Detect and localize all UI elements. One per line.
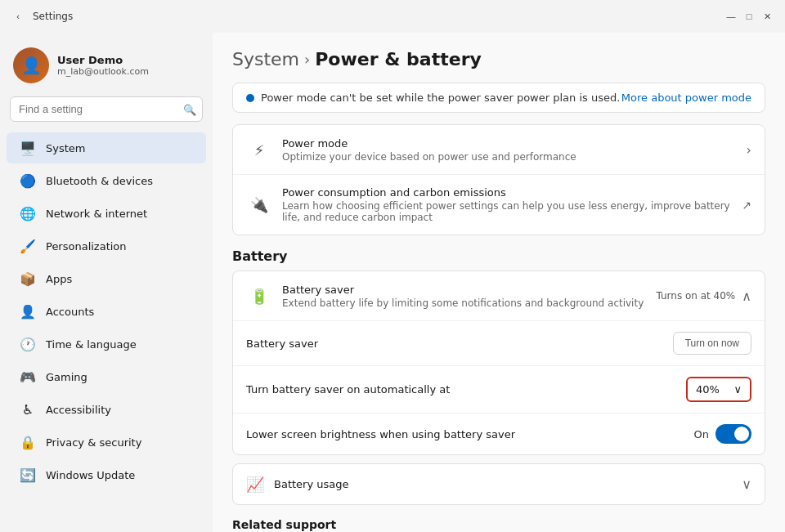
sidebar-item-accessibility[interactable]: ♿ Accessibility (7, 394, 206, 425)
sidebar-item-gaming[interactable]: 🎮 Gaming (7, 361, 206, 392)
sidebar-item-label: Network & internet (46, 208, 147, 220)
battery-usage-left: 📈 Battery usage (246, 476, 348, 493)
turn-on-now-button[interactable]: Turn on now (673, 332, 751, 355)
battery-saver-icon: 🔋 (246, 283, 272, 309)
user-info: User Demo m_lab@outlook.com (57, 54, 149, 77)
battery-saver-desc: Extend battery life by limiting some not… (282, 297, 656, 309)
sidebar-item-label: Apps (46, 273, 72, 285)
carbon-row[interactable]: 🔌 Power consumption and carbon emissions… (233, 175, 765, 235)
title-bar: ‹ Settings — □ ✕ (0, 0, 785, 33)
info-banner: Power mode can't be set while the power … (232, 83, 765, 113)
sidebar-item-privacy[interactable]: 🔒 Privacy & security (7, 427, 206, 458)
user-section: 👤 User Demo m_lab@outlook.com (0, 39, 213, 96)
info-banner-message: Power mode can't be set while the power … (261, 92, 620, 104)
apps-icon: 📦 (20, 270, 36, 287)
battery-threshold-dropdown[interactable]: 40% ∨ (686, 377, 751, 402)
battery-saver-sub-row-3: Lower screen brightness when using batte… (233, 414, 765, 454)
search-box: 🔍 (10, 96, 203, 122)
battery-usage-chevron-icon: ∨ (742, 476, 751, 492)
battery-saver-card: 🔋 Battery saver Extend battery life by l… (232, 270, 765, 455)
accounts-icon: 👤 (20, 303, 36, 320)
info-banner-text: Power mode can't be set while the power … (246, 92, 620, 104)
carbon-text: Power consumption and carbon emissions L… (282, 186, 742, 223)
breadcrumb-separator: › (304, 51, 310, 68)
time-icon: 🕐 (20, 336, 36, 352)
sidebar-item-label: Windows Update (46, 469, 135, 481)
power-mode-icon: ⚡ (246, 136, 272, 163)
external-link-icon: ↗ (742, 199, 751, 212)
sidebar-item-network[interactable]: 🌐 Network & internet (7, 198, 206, 229)
power-mode-desc: Optimize your device based on power use … (282, 151, 747, 163)
carbon-desc: Learn how choosing efficient power setti… (282, 200, 742, 223)
user-email: m_lab@outlook.com (57, 66, 149, 77)
power-mode-title: Power mode (282, 137, 747, 150)
close-button[interactable]: ✕ (759, 8, 775, 25)
brightness-toggle-wrapper: On (694, 424, 751, 444)
avatar: 👤 (13, 47, 49, 83)
privacy-icon: 🔒 (20, 434, 36, 450)
carbon-title: Power consumption and carbon emissions (282, 186, 742, 199)
toggle-knob (734, 427, 749, 441)
sidebar-item-update[interactable]: 🔄 Windows Update (7, 459, 206, 490)
battery-usage-row[interactable]: 📈 Battery usage ∨ (233, 464, 765, 504)
brightness-label: Lower screen brightness when using batte… (246, 428, 515, 440)
battery-sub-rows: Battery saver Turn on now Turn battery s… (233, 320, 765, 454)
personalization-icon: 🖌️ (20, 238, 36, 254)
accessibility-icon: ♿ (20, 401, 36, 418)
power-settings-card: ⚡ Power mode Optimize your device based … (232, 124, 765, 235)
more-about-power-link[interactable]: More about power mode (621, 92, 751, 104)
dropdown-chevron-icon: ∨ (733, 383, 742, 396)
power-mode-row[interactable]: ⚡ Power mode Optimize your device based … (233, 125, 765, 175)
breadcrumb-parent[interactable]: System (232, 49, 299, 69)
toggle-on-label: On (694, 428, 709, 440)
related-support-section: Related support 🌐 Help with Power ∧ (232, 518, 765, 532)
breadcrumb: System › Power & battery (232, 49, 765, 69)
carbon-action: ↗ (742, 199, 751, 212)
brightness-toggle[interactable] (715, 424, 751, 444)
battery-usage-card: 📈 Battery usage ∨ (232, 463, 765, 505)
auto-on-label: Turn battery saver on automatically at (246, 383, 450, 396)
network-icon: 🌐 (20, 205, 36, 221)
breadcrumb-current: Power & battery (315, 49, 482, 69)
main-content: System › Power & battery Power mode can'… (213, 33, 785, 532)
sidebar: 👤 User Demo m_lab@outlook.com 🔍 🖥️ Syste… (0, 33, 213, 532)
battery-saver-sub-row-1: Battery saver Turn on now (233, 321, 765, 366)
sidebar-item-accounts[interactable]: 👤 Accounts (7, 296, 206, 327)
battery-saver-label: Battery saver (246, 338, 318, 350)
search-input[interactable] (10, 96, 203, 122)
power-mode-text: Power mode Optimize your device based on… (282, 137, 747, 163)
battery-saver-title: Battery saver (282, 284, 656, 296)
sidebar-item-system[interactable]: 🖥️ System (7, 132, 206, 163)
sidebar-item-bluetooth[interactable]: 🔵 Bluetooth & devices (7, 165, 206, 196)
battery-saver-main-row[interactable]: 🔋 Battery saver Extend battery life by l… (233, 271, 765, 320)
sidebar-item-label: Personalization (46, 240, 127, 253)
update-icon: 🔄 (20, 467, 36, 483)
battery-saver-chevron-icon: ∧ (742, 288, 751, 304)
sidebar-item-time[interactable]: 🕐 Time & language (7, 329, 206, 360)
sidebar-item-label: Accessibility (46, 404, 111, 416)
app-title: Settings (33, 11, 73, 22)
sidebar-item-label: Time & language (46, 338, 137, 351)
battery-saver-sub-row-2: Turn battery saver on automatically at 4… (233, 366, 765, 414)
related-support-title: Related support (232, 518, 765, 531)
back-button[interactable]: ‹ (10, 8, 26, 25)
sidebar-item-apps[interactable]: 📦 Apps (7, 263, 206, 294)
carbon-icon: 🔌 (246, 192, 272, 218)
system-icon: 🖥️ (20, 140, 36, 156)
chevron-right-icon: › (747, 142, 751, 158)
minimize-button[interactable]: — (723, 8, 739, 25)
sidebar-item-label: Bluetooth & devices (46, 175, 153, 187)
maximize-button[interactable]: □ (741, 8, 757, 25)
sidebar-item-label: Privacy & security (46, 436, 141, 449)
sidebar-item-label: Accounts (46, 306, 94, 318)
bluetooth-icon: 🔵 (20, 172, 36, 189)
battery-section-header: Battery (232, 248, 765, 264)
turns-on-text: Turns on at 40% (656, 290, 735, 302)
info-dot (246, 94, 254, 102)
battery-saver-info: Battery saver Extend battery life by lim… (282, 284, 656, 309)
gaming-icon: 🎮 (20, 369, 36, 385)
sidebar-item-personalization[interactable]: 🖌️ Personalization (7, 230, 206, 262)
app-body: 👤 User Demo m_lab@outlook.com 🔍 🖥️ Syste… (0, 33, 785, 532)
dropdown-value: 40% (696, 383, 720, 396)
search-icon: 🔍 (183, 103, 196, 115)
